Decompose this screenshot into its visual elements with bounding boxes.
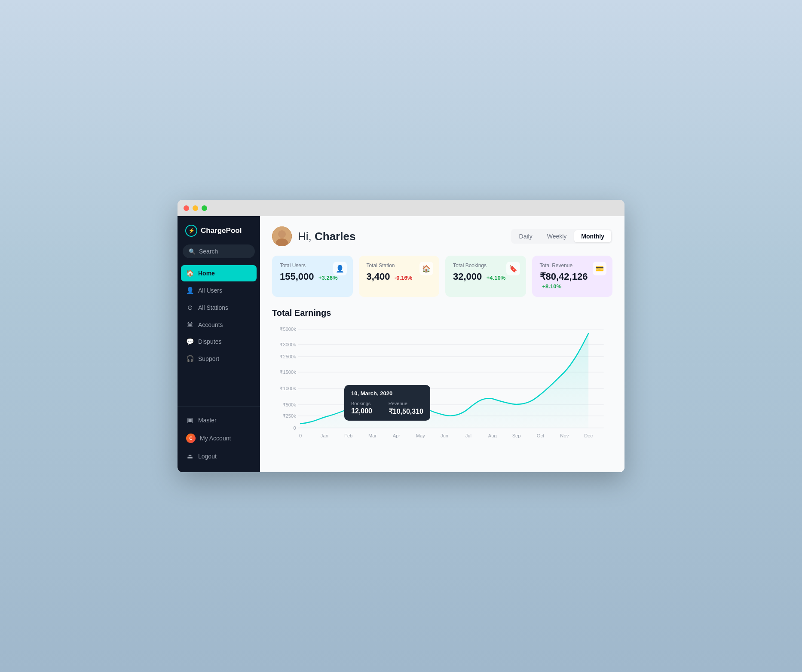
chart-section: Total Earnings ₹5000k ₹30 [272,308,612,445]
sidebar-item-accounts[interactable]: 🏛 Accounts [181,317,257,333]
header-row: Hi, Charles Daily Weekly Monthly [272,226,612,246]
page-title: Hi, Charles [298,230,355,243]
sidebar-item-accounts-label: Accounts [198,321,223,328]
svg-text:May: May [416,433,425,438]
svg-text:Apr: Apr [393,433,401,438]
sidebar-item-home-label: Home [198,270,215,277]
period-weekly-button[interactable]: Weekly [540,230,574,242]
svg-text:Feb: Feb [344,433,352,438]
users-icon: 👤 [186,287,194,294]
stations-icon: ⊙ [186,304,194,312]
minimize-dot[interactable] [193,205,198,211]
svg-text:₹5000k: ₹5000k [280,327,296,332]
svg-text:Dec: Dec [584,433,593,438]
svg-text:Jul: Jul [465,433,471,438]
users-stat-icon: 👤 [333,262,347,275]
svg-text:Nov: Nov [560,433,569,438]
svg-point-32 [370,390,375,395]
period-daily-button[interactable]: Daily [512,230,539,242]
stat-value-revenue: ₹80,42,126 [540,271,588,282]
sidebar-item-my-account[interactable]: C My Account [181,429,257,447]
svg-text:₹250k: ₹250k [283,413,297,418]
svg-text:₹500k: ₹500k [283,402,297,407]
period-selector: Daily Weekly Monthly [511,229,612,244]
sidebar-item-logout[interactable]: ⏏ Logout [181,448,257,464]
revenue-stat-icon: 💳 [593,262,606,275]
greeting: Hi, Charles [272,226,355,246]
search-input[interactable]: 🔍 Search [183,244,255,258]
accounts-icon: 🏛 [186,321,194,328]
stat-card-bookings: 🔖 Total Bookings 32,000 +4.10% [445,256,526,297]
period-monthly-button[interactable]: Monthly [574,230,611,242]
svg-text:₹1000k: ₹1000k [280,386,296,391]
sidebar-item-master-label: Master [198,417,217,424]
support-icon: 🎧 [186,355,194,363]
user-avatar [272,226,292,246]
stat-value-users: 155,000 [280,271,314,282]
home-icon: 🏠 [186,269,194,277]
sidebar-item-logout-label: Logout [198,453,217,460]
svg-text:0: 0 [299,433,302,438]
earnings-chart: ₹5000k ₹3000k ₹2500k ₹1500k ₹1000k ₹500k… [272,325,612,445]
svg-text:Mar: Mar [368,433,377,438]
stat-value-bookings: 32,000 [453,271,482,282]
svg-text:₹1500k: ₹1500k [280,370,296,375]
avatar: C [186,434,196,443]
sidebar-nav: 🏠 Home 👤 All Users ⊙ All Stations 🏛 Acco… [178,265,260,406]
stat-change-stations: -0.16% [395,275,412,281]
browser-titlebar [178,200,624,216]
sidebar: ⚡ ChargePool 🔍 Search 🏠 Home 👤 All Users… [178,216,260,472]
svg-text:0: 0 [294,425,296,431]
disputes-icon: 💬 [186,338,194,345]
svg-text:Jan: Jan [321,433,328,438]
logo-icon: ⚡ [185,225,197,237]
svg-text:₹3000k: ₹3000k [280,342,296,347]
sidebar-bottom: ▣ Master C My Account ⏏ Logout [178,406,260,472]
sidebar-item-all-stations-label: All Stations [198,304,228,311]
app-container: ⚡ ChargePool 🔍 Search 🏠 Home 👤 All Users… [178,216,624,472]
sidebar-item-all-stations[interactable]: ⊙ All Stations [181,299,257,316]
stat-card-users: 👤 Total Users 155,000 +3.26% [272,256,353,297]
sidebar-item-all-users[interactable]: 👤 All Users [181,282,257,299]
stations-stat-icon: 🏠 [419,262,433,275]
stat-value-stations: 3,400 [367,271,390,282]
logo-text: ChargePool [201,226,242,235]
browser-window: ⚡ ChargePool 🔍 Search 🏠 Home 👤 All Users… [178,200,624,472]
chart-title: Total Earnings [272,308,612,318]
bookings-stat-icon: 🔖 [506,262,520,275]
sidebar-item-disputes[interactable]: 💬 Disputes [181,333,257,350]
svg-point-1 [278,230,286,238]
stat-change-revenue: +8.10% [542,283,561,290]
sidebar-item-support[interactable]: 🎧 Support [181,351,257,367]
svg-text:₹2500k: ₹2500k [280,354,296,359]
svg-text:Sep: Sep [512,433,521,438]
stat-change-bookings: +4.10% [487,275,505,281]
main-content: Hi, Charles Daily Weekly Monthly 👤 Total… [260,216,624,472]
sidebar-item-support-label: Support [198,355,219,362]
svg-text:Aug: Aug [488,433,497,438]
sidebar-item-all-users-label: All Users [198,287,222,294]
stat-card-stations: 🏠 Total Station 3,400 -0.16% [359,256,440,297]
chart-container: ₹5000k ₹3000k ₹2500k ₹1500k ₹1000k ₹500k… [272,325,612,445]
stat-cards: 👤 Total Users 155,000 +3.26% 🏠 Total Sta… [272,256,612,297]
stat-change-users: +3.26% [318,275,337,281]
sidebar-item-disputes-label: Disputes [198,338,221,345]
stat-card-revenue: 💳 Total Revenue ₹80,42,126 +8.10% [532,256,613,297]
maximize-dot[interactable] [202,205,207,211]
search-label: Search [199,248,218,255]
sidebar-item-master[interactable]: ▣ Master [181,412,257,428]
master-icon: ▣ [186,416,194,424]
logout-icon: ⏏ [186,452,194,460]
svg-text:Jun: Jun [441,433,448,438]
sidebar-item-my-account-label: My Account [200,435,231,442]
sidebar-logo: ⚡ ChargePool [178,216,260,244]
search-icon: 🔍 [189,248,196,255]
close-dot[interactable] [184,205,189,211]
sidebar-item-home[interactable]: 🏠 Home [181,265,257,281]
svg-text:Oct: Oct [537,433,544,438]
